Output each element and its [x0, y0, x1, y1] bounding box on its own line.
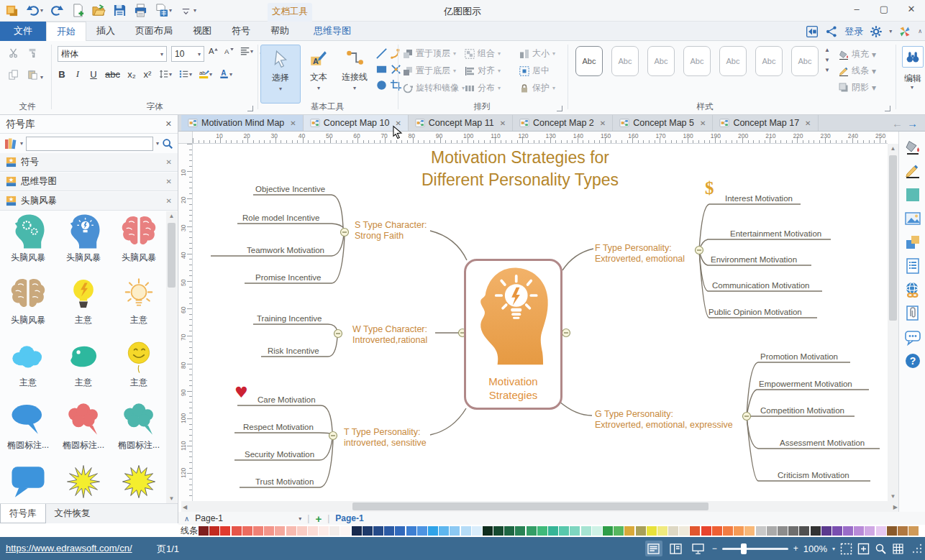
section-close-icon[interactable]: ✕	[166, 178, 172, 185]
大小-button[interactable]: 大小▾	[519, 47, 555, 60]
分布-button[interactable]: 分布▾	[465, 82, 501, 94]
mindmap-subtopic[interactable]: Empowerment Motivation	[759, 380, 852, 388]
color-swatch[interactable]	[908, 526, 919, 536]
format-painter-icon[interactable]	[27, 48, 37, 58]
symbol-brain-red[interactable]: 头脑风暴	[112, 211, 165, 274]
color-swatch[interactable]	[308, 526, 318, 536]
mindmap-subtopic[interactable]: Role model Incentive	[242, 214, 319, 222]
page-select[interactable]: Page-1 ▾	[195, 513, 301, 523]
shrink-font-button[interactable]: A	[224, 46, 234, 56]
qat-more-button[interactable]: ▾	[177, 1, 199, 19]
align-text-button[interactable]: ▾	[240, 46, 253, 56]
symbol-callout-ellipse[interactable]: 椭圆标注...	[1, 399, 55, 462]
dropdown-icon[interactable]: ▾	[209, 71, 212, 78]
color-swatch[interactable]	[799, 526, 809, 536]
symbol-brain-tan[interactable]: 头脑风暴	[1, 274, 55, 336]
style-preset-5[interactable]: Abc	[719, 46, 747, 76]
ribbon-tab-符号[interactable]: 符号	[222, 22, 260, 41]
ribbon-tab-页面布局[interactable]: 页面布局	[125, 22, 183, 41]
color-swatch[interactable]	[788, 526, 798, 536]
color-swatch[interactable]	[701, 526, 711, 536]
color-swatch[interactable]	[527, 526, 537, 536]
fill-tool-icon[interactable]	[904, 139, 921, 156]
mindmap-branch-topic[interactable]: S Type Character:Strong Faith	[355, 220, 427, 242]
help-icon[interactable]: ?	[904, 352, 921, 369]
color-swatch[interactable]	[756, 526, 766, 536]
color-swatch[interactable]	[373, 526, 383, 536]
crop-button[interactable]	[390, 79, 404, 93]
style-preset-7[interactable]: Abc	[791, 46, 819, 76]
color-swatch[interactable]	[450, 526, 460, 536]
color-swatch[interactable]	[209, 526, 219, 536]
对齐-button[interactable]: 对齐▾	[465, 65, 501, 77]
open-button[interactable]	[90, 1, 108, 19]
style-preset-4[interactable]: Abc	[683, 46, 711, 76]
edit-dropdown-icon[interactable]: ▾	[911, 84, 913, 91]
symbol-bulb-sketch[interactable]: 主意	[112, 274, 165, 336]
zoom-area-icon[interactable]	[875, 543, 887, 555]
symbol-callout-cloud-red[interactable]: 椭圆标注...	[57, 399, 110, 462]
grow-font-button[interactable]: A	[209, 46, 219, 56]
color-swatch[interactable]	[395, 526, 405, 536]
dropdown-icon[interactable]: ▾	[189, 71, 192, 78]
share-icon[interactable]	[825, 25, 838, 38]
mindmap-subtopic[interactable]: Trust Motivation	[255, 477, 314, 486]
view-presentation-button[interactable]	[690, 541, 707, 556]
symbol-cloud[interactable]: 主意	[1, 336, 55, 399]
ribbon-tab-思维导图[interactable]: 思维导图	[304, 22, 361, 41]
dropdown-icon[interactable]: ▾	[193, 7, 196, 14]
search-icon[interactable]	[162, 138, 173, 150]
grid-toggle-icon[interactable]	[892, 543, 904, 555]
nav-right-icon[interactable]: →	[907, 117, 918, 129]
color-swatch[interactable]	[679, 526, 689, 536]
panel-scrollbar[interactable]: ▲ ▼	[166, 211, 177, 503]
doc-tab[interactable]: Motivation Mind Map✕	[181, 115, 304, 131]
doc-tab[interactable]: Concept Map 11✕	[409, 115, 513, 131]
symbol-blob[interactable]: 主意	[57, 336, 110, 399]
save-button[interactable]	[111, 1, 129, 19]
canvas-vertical-scrollbar[interactable]: ▲ ▼	[888, 144, 898, 501]
color-swatch[interactable]	[483, 526, 493, 536]
page-tab[interactable]: Page-1	[335, 513, 363, 523]
library-dropdown-icon[interactable]: ▾	[20, 140, 23, 147]
color-swatch[interactable]	[472, 526, 482, 536]
mindmap-branch-topic[interactable]: G Type Personality:Extroverted, emotiona…	[595, 409, 733, 431]
style-scroll-up-icon[interactable]: ▲	[824, 47, 830, 53]
zoom-slider-thumb[interactable]	[741, 543, 747, 554]
color-swatch[interactable]	[199, 526, 209, 536]
library-icon[interactable]	[4, 137, 17, 150]
mindmap-subtopic[interactable]: Communication Motivation	[712, 281, 810, 290]
connector-dropdown-icon[interactable]: ▾	[353, 85, 356, 91]
font-dialog-launcher[interactable]	[247, 106, 253, 111]
mindmap-subtopic[interactable]: Environment Motivation	[711, 255, 797, 264]
color-swatch[interactable]	[690, 526, 700, 536]
color-swatch[interactable]	[406, 526, 416, 536]
ribbon-tab-开始[interactable]: 开始	[46, 22, 86, 41]
curve-shape-button[interactable]	[390, 47, 404, 62]
line-shape-button[interactable]	[375, 47, 390, 62]
font-name-select[interactable]: 楷体 ▾	[58, 46, 167, 62]
text-dropdown-icon[interactable]: ▾	[317, 85, 320, 91]
ribbon-tab-视图[interactable]: 视图	[183, 22, 222, 41]
color-swatch[interactable]	[428, 526, 438, 536]
color-swatch[interactable]	[319, 526, 329, 536]
color-swatch[interactable]	[220, 526, 230, 536]
highlight-button[interactable]: ab▾	[199, 69, 212, 79]
置于底层-button[interactable]: 置于底层▾	[403, 65, 456, 77]
minimize-button[interactable]: –	[843, 0, 870, 20]
color-swatch[interactable]	[384, 526, 394, 536]
color-swatch[interactable]	[647, 526, 657, 536]
color-swatch[interactable]	[832, 526, 842, 536]
color-swatch[interactable]	[275, 526, 285, 536]
edraw-logo-button[interactable]	[3, 1, 21, 19]
cut-icon[interactable]	[9, 48, 19, 58]
color-swatch[interactable]	[734, 526, 744, 536]
mindmap-subtopic[interactable]: Risk Incentive	[268, 346, 319, 355]
color-swatch[interactable]	[614, 526, 624, 536]
symbol-balloon-smiley[interactable]: 主意	[112, 336, 165, 399]
arrange-dialog-launcher[interactable]	[557, 106, 562, 111]
copy-icon[interactable]	[9, 70, 19, 80]
居中-button[interactable]: 居中	[519, 65, 550, 77]
style-preset-1[interactable]: Abc	[575, 46, 603, 76]
color-swatch[interactable]	[515, 526, 525, 536]
